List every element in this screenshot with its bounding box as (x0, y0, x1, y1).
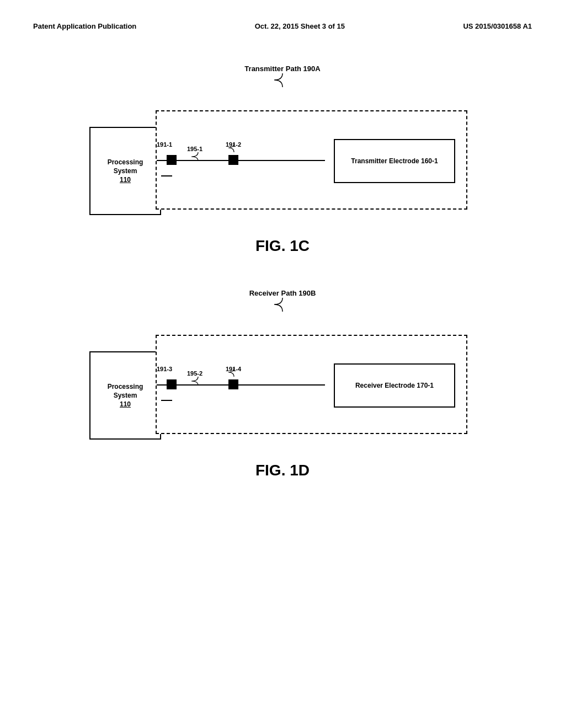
fig1c-caption: FIG. 1C (255, 237, 310, 255)
fig1d-electrode-box: Receiver Electrode 170-1 (334, 363, 455, 408)
fig1c-path-label: Transmitter Path 190A (244, 65, 320, 73)
fig1d-ext-line (161, 400, 172, 401)
fig1c-processing-label: ProcessingSystem (108, 158, 143, 175)
page: Patent Application Publication Oct. 22, … (0, 0, 565, 728)
fig1d-black-sq-1 (167, 379, 177, 389)
fig1d-black-sq-2 (228, 379, 238, 389)
fig1c-black-sq-1 (167, 155, 177, 165)
fig-1d-wrapper: Receiver Path 190B ProcessingSystem 110 (33, 288, 532, 479)
fig1c-processing-box: ProcessingSystem 110 (89, 127, 161, 215)
figures-container: Transmitter Path 190A ProcessingSystem 1… (33, 63, 532, 479)
fig1d-conn-line (157, 384, 325, 386)
fig1d-node3-label: 195-2 (187, 370, 202, 377)
fig1d-brace2-icon (190, 377, 206, 386)
fig1d-path-area: Receiver Path 190B (249, 288, 316, 313)
fig1c-dashed-box: Transmitter Electrode 160-1 191-1 191-2 … (156, 110, 467, 210)
fig1c-path-area: Transmitter Path 190A (244, 63, 320, 88)
fig1c-black-sq-2 (228, 155, 238, 165)
fig1d-processing-label: ProcessingSystem (108, 383, 143, 400)
fig1c-brace2-icon (190, 152, 206, 161)
fig1d-brace-icon (271, 298, 294, 312)
fig1c-diagram: ProcessingSystem 110 Transmitter Electro… (89, 94, 476, 226)
fig1d-processing-num: 110 (120, 400, 131, 408)
fig1d-brace3-icon (227, 368, 241, 377)
fig1d-node1-label: 191-3 (157, 366, 172, 372)
header-center: Oct. 22, 2015 Sheet 3 of 15 (255, 22, 345, 30)
fig1c-electrode-label: Transmitter Electrode 160-1 (351, 157, 438, 165)
fig1c-node3-label: 195-1 (187, 146, 202, 152)
fig1c-processing-num: 110 (120, 176, 131, 184)
fig1d-caption: FIG. 1D (255, 462, 310, 479)
header-left: Patent Application Publication (33, 22, 136, 30)
fig1c-node1-label: 191-1 (157, 141, 172, 148)
fig1c-brace-icon (271, 73, 294, 87)
header-right: US 2015/0301658 A1 (463, 22, 532, 30)
fig1d-electrode-label: Receiver Electrode 170-1 (355, 382, 434, 389)
fig1c-brace3-icon (227, 143, 241, 152)
header: Patent Application Publication Oct. 22, … (33, 22, 532, 30)
fig1d-processing-box: ProcessingSystem 110 (89, 351, 161, 440)
fig-1c-wrapper: Transmitter Path 190A ProcessingSystem 1… (33, 63, 532, 255)
fig1c-conn-line (157, 160, 325, 161)
fig1d-dashed-box: Receiver Electrode 170-1 191-3 191-4 195… (156, 335, 467, 434)
fig1c-ext-line (161, 175, 172, 176)
fig1c-electrode-box: Transmitter Electrode 160-1 (334, 139, 455, 183)
fig1d-path-label: Receiver Path 190B (249, 289, 316, 297)
fig1d-diagram: ProcessingSystem 110 Receiver Electrode … (89, 318, 476, 451)
